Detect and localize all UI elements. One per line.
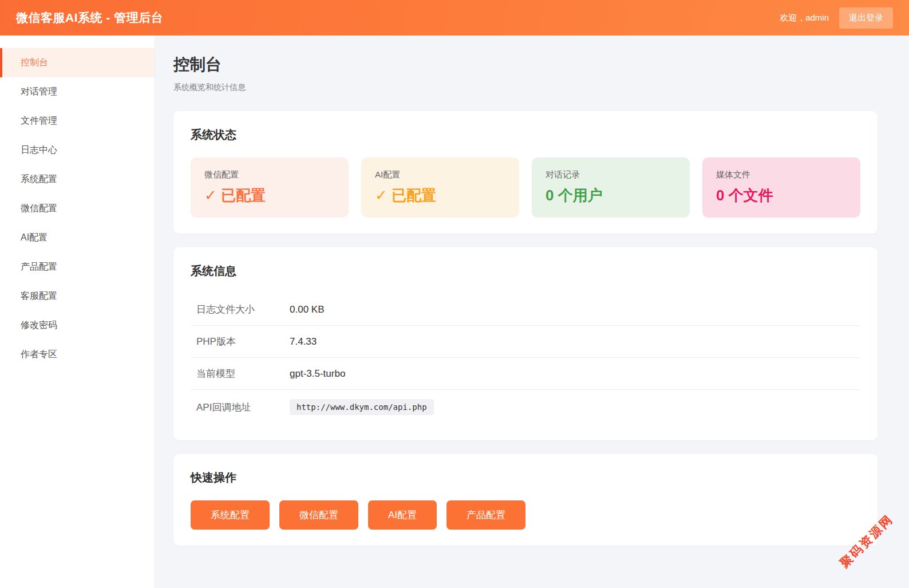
sidebar-item-4[interactable]: 日志中心 [0, 136, 155, 165]
status-value: 0 个文件 [716, 186, 847, 206]
logout-button[interactable]: 退出登录 [839, 7, 893, 29]
status-label: 媒体文件 [716, 169, 847, 180]
info-value: 0.00 KB [290, 304, 325, 315]
quick-action-button-4[interactable]: 产品配置 [446, 500, 525, 530]
info-row-3: 当前模型gpt-3.5-turbo [191, 358, 860, 390]
info-label: PHP版本 [196, 335, 290, 348]
sidebar-item-5[interactable]: 系统配置 [0, 165, 155, 194]
sidebar-item-2[interactable]: 对话管理 [0, 77, 155, 106]
quick-actions-card: 快速操作 系统配置微信配置AI配置产品配置 [173, 454, 878, 546]
status-label: AI配置 [375, 169, 505, 180]
sidebar-item-11[interactable]: 作者专区 [0, 340, 155, 369]
info-value: 7.4.33 [290, 336, 317, 348]
app-title: 微信客服AI系统 - 管理后台 [16, 10, 163, 26]
system-info-heading: 系统信息 [191, 263, 860, 279]
status-value: ✓ 已配置 [204, 186, 335, 206]
status-label: 微信配置 [204, 169, 335, 180]
info-label: 当前模型 [196, 367, 290, 380]
info-row-1: 日志文件大小0.00 KB [191, 294, 860, 326]
sidebar-item-10[interactable]: 修改密码 [0, 311, 155, 340]
sidebar-item-7[interactable]: AI配置 [0, 223, 155, 252]
quick-actions-heading: 快速操作 [191, 470, 860, 486]
status-box-4: 媒体文件0 个文件 [702, 157, 860, 218]
quick-action-button-1[interactable]: 系统配置 [191, 500, 270, 530]
info-row-4: API回调地址http://www.dkym.com/api.php [191, 390, 860, 424]
quick-action-button-3[interactable]: AI配置 [368, 500, 437, 530]
main-content: 控制台 系统概览和统计信息 系统状态 微信配置✓ 已配置AI配置✓ 已配置对话记… [155, 35, 909, 588]
sidebar-item-1[interactable]: 控制台 [0, 48, 155, 77]
info-label: API回调地址 [196, 401, 290, 414]
welcome-text: 欢迎，admin [780, 13, 829, 23]
layout: 控制台对话管理文件管理日志中心系统配置微信配置AI配置产品配置客服配置修改密码作… [0, 35, 909, 588]
status-box-3: 对话记录0 个用户 [532, 157, 690, 218]
system-status-card: 系统状态 微信配置✓ 已配置AI配置✓ 已配置对话记录0 个用户媒体文件0 个文… [173, 111, 878, 234]
system-info-card: 系统信息 日志文件大小0.00 KBPHP版本7.4.33当前模型gpt-3.5… [173, 247, 878, 440]
page-title: 控制台 [173, 54, 878, 76]
status-value: 0 个用户 [546, 186, 676, 206]
info-table: 日志文件大小0.00 KBPHP版本7.4.33当前模型gpt-3.5-turb… [191, 294, 860, 424]
status-label: 对话记录 [546, 169, 676, 180]
quick-action-button-2[interactable]: 微信配置 [279, 500, 358, 530]
page-subtitle: 系统概览和统计信息 [173, 82, 878, 93]
sidebar-item-3[interactable]: 文件管理 [0, 106, 155, 136]
sidebar-item-6[interactable]: 微信配置 [0, 194, 155, 223]
sidebar-nav: 控制台对话管理文件管理日志中心系统配置微信配置AI配置产品配置客服配置修改密码作… [0, 35, 155, 588]
status-box-2: AI配置✓ 已配置 [361, 157, 519, 218]
info-value: http://www.dkym.com/api.php [290, 399, 434, 415]
top-header: 微信客服AI系统 - 管理后台 欢迎，admin 退出登录 [0, 0, 909, 35]
status-box-1: 微信配置✓ 已配置 [191, 157, 349, 218]
info-label: 日志文件大小 [196, 303, 290, 316]
quick-actions-row: 系统配置微信配置AI配置产品配置 [191, 500, 860, 530]
info-row-2: PHP版本7.4.33 [191, 326, 860, 358]
info-value: gpt-3.5-turbo [290, 368, 345, 380]
sidebar-item-9[interactable]: 客服配置 [0, 282, 155, 311]
status-value: ✓ 已配置 [375, 186, 505, 206]
sidebar-item-8[interactable]: 产品配置 [0, 252, 155, 282]
status-grid: 微信配置✓ 已配置AI配置✓ 已配置对话记录0 个用户媒体文件0 个文件 [191, 157, 860, 218]
system-status-heading: 系统状态 [191, 127, 860, 143]
header-right: 欢迎，admin 退出登录 [780, 7, 893, 29]
